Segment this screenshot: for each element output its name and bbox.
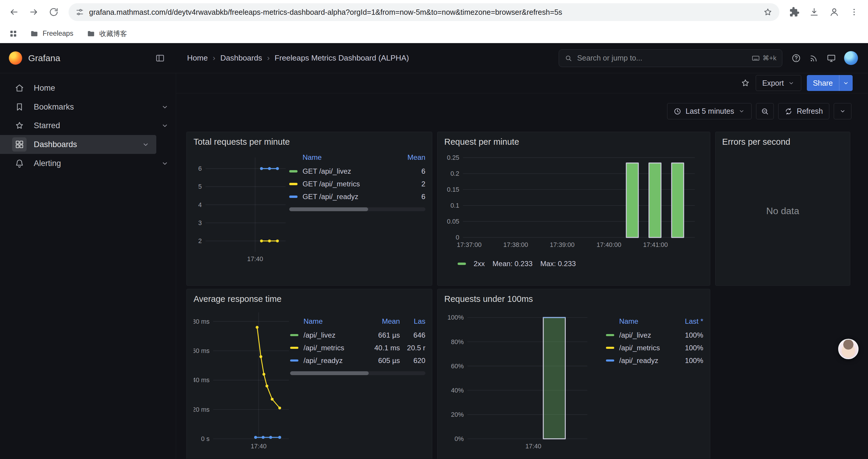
sidebar-item-dashboards[interactable]: Dashboards [0, 135, 156, 154]
panel-title[interactable]: Errors per second [722, 137, 843, 147]
folder-icon [30, 29, 39, 38]
share-button[interactable]: Share [807, 75, 852, 91]
download-icon[interactable] [805, 3, 824, 22]
legend-mean: Mean: 0.233 [493, 260, 532, 268]
svg-text:0.15: 0.15 [447, 186, 459, 193]
export-button[interactable]: Export [756, 75, 801, 91]
legend-header-name[interactable]: Name [606, 317, 673, 326]
svg-text:20 ms: 20 ms [193, 406, 210, 413]
refresh-button[interactable]: Refresh [778, 103, 829, 119]
scrollbar-thumb[interactable] [289, 207, 368, 211]
chevron-down-icon[interactable] [142, 140, 150, 149]
legend-header-name[interactable]: Name [290, 317, 366, 326]
extensions-icon[interactable] [785, 3, 804, 22]
average-response-chart: 80 ms60 ms40 ms20 ms0 s17:40 [193, 306, 290, 454]
profile-icon[interactable] [825, 3, 844, 22]
series-color-swatch [290, 334, 299, 336]
svg-text:17:37:00: 17:37:00 [457, 241, 482, 249]
browser-toolbar: grafana.mathmast.com/d/deytv4rwavabkb/fr… [0, 0, 868, 24]
screen: grafana.mathmast.com/d/deytv4rwavabkb/fr… [0, 0, 868, 459]
legend-scrollbar[interactable] [289, 207, 426, 211]
chart-legend: 2xx Mean: 0.233 Max: 0.233 [444, 257, 704, 268]
search-input[interactable]: Search or jump to... ⌘+k [559, 49, 782, 67]
series-color-swatch [290, 359, 299, 362]
bookmark-star-icon[interactable] [763, 7, 773, 17]
user-avatar[interactable] [844, 51, 858, 65]
time-range-picker[interactable]: Last 5 minutes [667, 103, 752, 119]
legend-row: GET /api/_readyz 6 [289, 190, 426, 203]
breadcrumb-dashboards[interactable]: Dashboards [220, 54, 262, 63]
browser-menu-icon[interactable] [845, 3, 864, 22]
grafana-top-nav: Grafana Home › Dashboards › Freeleaps Me… [0, 43, 868, 73]
svg-text:6: 6 [198, 165, 202, 172]
svg-text:0%: 0% [454, 436, 464, 443]
breadcrumb-home[interactable]: Home [187, 54, 208, 63]
back-icon[interactable] [4, 3, 23, 22]
grafana-logo[interactable] [9, 52, 22, 65]
series-color-swatch [290, 347, 299, 349]
refresh-interval-chevron[interactable] [834, 103, 851, 119]
forward-icon[interactable] [24, 3, 43, 22]
under-100ms-chart: 100%80%60%40%20%0%17:40 [444, 306, 591, 454]
panel-title[interactable]: Average response time [193, 294, 426, 304]
sidebar-item-label: Dashboards [34, 140, 77, 149]
series-color-swatch [289, 196, 298, 198]
sidebar-item-starred[interactable]: Starred [0, 116, 176, 135]
legend-max: Max: 0.233 [540, 260, 576, 268]
chevron-down-icon[interactable] [161, 159, 169, 167]
chevron-down-icon[interactable] [161, 103, 169, 111]
legend-row: GET /api/_livez 6 [289, 165, 426, 177]
total-requests-chart: 6543217:40 [193, 149, 288, 267]
sidebar-item-home[interactable]: Home [0, 78, 176, 97]
bookmark-folder-freeleaps[interactable]: Freeleaps [25, 27, 78, 40]
reload-icon[interactable] [44, 3, 63, 22]
svg-text:17:38:00: 17:38:00 [503, 241, 528, 249]
legend-header-last[interactable]: Las [400, 317, 426, 326]
dashboards-grid-icon [12, 137, 27, 152]
sidebar-item-label: Home [34, 83, 55, 93]
legend-header-name[interactable]: Name [289, 153, 391, 162]
breadcrumb-current: Freeleaps Metrics Dashboard (ALPHA) [275, 54, 409, 63]
url-text: grafana.mathmast.com/d/deytv4rwavabkb/fr… [89, 8, 758, 17]
chevron-down-icon[interactable] [161, 121, 169, 130]
legend-header-mean[interactable]: Mean [366, 317, 400, 326]
legend-header-mean[interactable]: Mean [391, 153, 426, 162]
address-bar[interactable]: grafana.mathmast.com/d/deytv4rwavabkb/fr… [68, 3, 779, 21]
panel-errors-per-second: Errors per second No data [715, 132, 850, 286]
panel-title[interactable]: Request per minute [444, 137, 704, 147]
panel-title[interactable]: Requests under 100ms [444, 294, 704, 304]
svg-text:40 ms: 40 ms [193, 377, 210, 384]
site-controls-icon[interactable] [75, 8, 84, 17]
panel-title[interactable]: Total requests per minute [193, 137, 426, 147]
breadcrumb-separator: › [267, 54, 270, 63]
scrollbar-thumb[interactable] [290, 371, 368, 375]
brand-name: Grafana [28, 53, 60, 63]
legend-row: /api/_livez 100% [606, 329, 704, 341]
monitor-icon[interactable] [826, 53, 836, 63]
breadcrumb-separator: › [213, 54, 215, 63]
assistant-avatar-button[interactable] [838, 339, 859, 359]
favorite-star-icon[interactable] [740, 78, 750, 88]
svg-text:0: 0 [456, 234, 459, 241]
bookmark-folder-blogs[interactable]: 收藏博客 [82, 27, 131, 40]
legend-series-name[interactable]: 2xx [473, 260, 485, 268]
nav-icons [782, 51, 868, 65]
news-rss-icon[interactable] [809, 53, 819, 63]
legend-table: Name Last * /api/_livez 100% /api/_metri… [606, 313, 704, 367]
legend-header-last[interactable]: Last * [673, 317, 704, 326]
share-menu-chevron-icon[interactable] [839, 75, 852, 91]
svg-text:0.2: 0.2 [450, 170, 459, 177]
legend-scrollbar[interactable] [290, 371, 426, 375]
bookmark-folder-label: 收藏博客 [99, 29, 127, 38]
sidebar-item-bookmarks[interactable]: Bookmarks [0, 97, 176, 117]
series-color-swatch [458, 263, 466, 265]
svg-text:20%: 20% [451, 411, 464, 418]
svg-text:5: 5 [198, 184, 202, 191]
sidebar-item-alerting[interactable]: Alerting [0, 154, 176, 173]
apps-grid-icon[interactable] [6, 26, 21, 41]
series-color-swatch [289, 170, 298, 172]
sidebar-toggle-icon[interactable] [155, 53, 165, 63]
zoom-out-button[interactable] [756, 103, 774, 119]
help-icon[interactable] [791, 53, 801, 63]
series-color-swatch [606, 359, 614, 362]
